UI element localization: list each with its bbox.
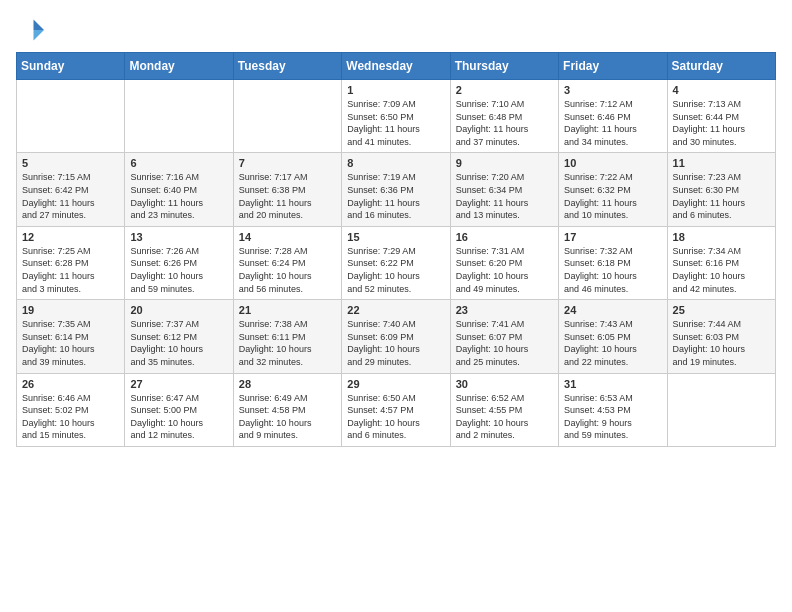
weekday-header-monday: Monday xyxy=(125,53,233,80)
day-number: 27 xyxy=(130,378,227,390)
calendar-cell: 4Sunrise: 7:13 AM Sunset: 6:44 PM Daylig… xyxy=(667,80,775,153)
day-number: 25 xyxy=(673,304,770,316)
calendar-cell: 13Sunrise: 7:26 AM Sunset: 6:26 PM Dayli… xyxy=(125,226,233,299)
day-info: Sunrise: 7:25 AM Sunset: 6:28 PM Dayligh… xyxy=(22,245,119,295)
day-number: 12 xyxy=(22,231,119,243)
weekday-header-friday: Friday xyxy=(559,53,667,80)
weekday-header-row: SundayMondayTuesdayWednesdayThursdayFrid… xyxy=(17,53,776,80)
day-info: Sunrise: 7:09 AM Sunset: 6:50 PM Dayligh… xyxy=(347,98,444,148)
day-info: Sunrise: 6:53 AM Sunset: 4:53 PM Dayligh… xyxy=(564,392,661,442)
day-info: Sunrise: 6:47 AM Sunset: 5:00 PM Dayligh… xyxy=(130,392,227,442)
calendar-cell: 27Sunrise: 6:47 AM Sunset: 5:00 PM Dayli… xyxy=(125,373,233,446)
day-info: Sunrise: 6:50 AM Sunset: 4:57 PM Dayligh… xyxy=(347,392,444,442)
calendar-cell: 25Sunrise: 7:44 AM Sunset: 6:03 PM Dayli… xyxy=(667,300,775,373)
day-info: Sunrise: 7:29 AM Sunset: 6:22 PM Dayligh… xyxy=(347,245,444,295)
day-number: 1 xyxy=(347,84,444,96)
calendar-cell: 16Sunrise: 7:31 AM Sunset: 6:20 PM Dayli… xyxy=(450,226,558,299)
day-number: 20 xyxy=(130,304,227,316)
logo-icon xyxy=(16,16,44,44)
calendar-cell: 1Sunrise: 7:09 AM Sunset: 6:50 PM Daylig… xyxy=(342,80,450,153)
calendar-cell: 12Sunrise: 7:25 AM Sunset: 6:28 PM Dayli… xyxy=(17,226,125,299)
calendar-cell: 30Sunrise: 6:52 AM Sunset: 4:55 PM Dayli… xyxy=(450,373,558,446)
calendar-cell xyxy=(667,373,775,446)
day-info: Sunrise: 7:23 AM Sunset: 6:30 PM Dayligh… xyxy=(673,171,770,221)
day-info: Sunrise: 7:31 AM Sunset: 6:20 PM Dayligh… xyxy=(456,245,553,295)
calendar-week-row: 5Sunrise: 7:15 AM Sunset: 6:42 PM Daylig… xyxy=(17,153,776,226)
day-info: Sunrise: 6:49 AM Sunset: 4:58 PM Dayligh… xyxy=(239,392,336,442)
day-info: Sunrise: 7:41 AM Sunset: 6:07 PM Dayligh… xyxy=(456,318,553,368)
day-info: Sunrise: 7:15 AM Sunset: 6:42 PM Dayligh… xyxy=(22,171,119,221)
day-info: Sunrise: 7:12 AM Sunset: 6:46 PM Dayligh… xyxy=(564,98,661,148)
day-number: 3 xyxy=(564,84,661,96)
calendar-cell: 26Sunrise: 6:46 AM Sunset: 5:02 PM Dayli… xyxy=(17,373,125,446)
day-info: Sunrise: 7:16 AM Sunset: 6:40 PM Dayligh… xyxy=(130,171,227,221)
day-info: Sunrise: 7:19 AM Sunset: 6:36 PM Dayligh… xyxy=(347,171,444,221)
calendar-week-row: 19Sunrise: 7:35 AM Sunset: 6:14 PM Dayli… xyxy=(17,300,776,373)
calendar-cell: 6Sunrise: 7:16 AM Sunset: 6:40 PM Daylig… xyxy=(125,153,233,226)
calendar-cell: 10Sunrise: 7:22 AM Sunset: 6:32 PM Dayli… xyxy=(559,153,667,226)
calendar-table: SundayMondayTuesdayWednesdayThursdayFrid… xyxy=(16,52,776,447)
day-info: Sunrise: 7:32 AM Sunset: 6:18 PM Dayligh… xyxy=(564,245,661,295)
day-number: 18 xyxy=(673,231,770,243)
calendar-cell: 17Sunrise: 7:32 AM Sunset: 6:18 PM Dayli… xyxy=(559,226,667,299)
day-number: 5 xyxy=(22,157,119,169)
weekday-header-saturday: Saturday xyxy=(667,53,775,80)
day-number: 9 xyxy=(456,157,553,169)
calendar-cell xyxy=(17,80,125,153)
day-number: 17 xyxy=(564,231,661,243)
day-number: 28 xyxy=(239,378,336,390)
day-number: 14 xyxy=(239,231,336,243)
calendar-cell: 2Sunrise: 7:10 AM Sunset: 6:48 PM Daylig… xyxy=(450,80,558,153)
weekday-header-wednesday: Wednesday xyxy=(342,53,450,80)
calendar-cell xyxy=(125,80,233,153)
day-number: 22 xyxy=(347,304,444,316)
calendar-cell: 15Sunrise: 7:29 AM Sunset: 6:22 PM Dayli… xyxy=(342,226,450,299)
calendar-cell: 28Sunrise: 6:49 AM Sunset: 4:58 PM Dayli… xyxy=(233,373,341,446)
calendar-cell: 24Sunrise: 7:43 AM Sunset: 6:05 PM Dayli… xyxy=(559,300,667,373)
day-number: 10 xyxy=(564,157,661,169)
calendar-cell xyxy=(233,80,341,153)
weekday-header-tuesday: Tuesday xyxy=(233,53,341,80)
calendar-cell: 14Sunrise: 7:28 AM Sunset: 6:24 PM Dayli… xyxy=(233,226,341,299)
svg-marker-0 xyxy=(34,20,45,31)
day-number: 31 xyxy=(564,378,661,390)
calendar-week-row: 26Sunrise: 6:46 AM Sunset: 5:02 PM Dayli… xyxy=(17,373,776,446)
day-info: Sunrise: 7:22 AM Sunset: 6:32 PM Dayligh… xyxy=(564,171,661,221)
logo xyxy=(16,16,48,44)
calendar-cell: 5Sunrise: 7:15 AM Sunset: 6:42 PM Daylig… xyxy=(17,153,125,226)
calendar-cell: 23Sunrise: 7:41 AM Sunset: 6:07 PM Dayli… xyxy=(450,300,558,373)
day-info: Sunrise: 7:26 AM Sunset: 6:26 PM Dayligh… xyxy=(130,245,227,295)
weekday-header-thursday: Thursday xyxy=(450,53,558,80)
day-info: Sunrise: 7:10 AM Sunset: 6:48 PM Dayligh… xyxy=(456,98,553,148)
calendar-cell: 19Sunrise: 7:35 AM Sunset: 6:14 PM Dayli… xyxy=(17,300,125,373)
calendar-cell: 31Sunrise: 6:53 AM Sunset: 4:53 PM Dayli… xyxy=(559,373,667,446)
calendar-cell: 8Sunrise: 7:19 AM Sunset: 6:36 PM Daylig… xyxy=(342,153,450,226)
calendar-cell: 29Sunrise: 6:50 AM Sunset: 4:57 PM Dayli… xyxy=(342,373,450,446)
day-info: Sunrise: 7:44 AM Sunset: 6:03 PM Dayligh… xyxy=(673,318,770,368)
day-info: Sunrise: 7:35 AM Sunset: 6:14 PM Dayligh… xyxy=(22,318,119,368)
day-number: 21 xyxy=(239,304,336,316)
day-info: Sunrise: 7:13 AM Sunset: 6:44 PM Dayligh… xyxy=(673,98,770,148)
day-info: Sunrise: 7:20 AM Sunset: 6:34 PM Dayligh… xyxy=(456,171,553,221)
day-number: 4 xyxy=(673,84,770,96)
day-number: 30 xyxy=(456,378,553,390)
calendar-cell: 7Sunrise: 7:17 AM Sunset: 6:38 PM Daylig… xyxy=(233,153,341,226)
calendar-cell: 22Sunrise: 7:40 AM Sunset: 6:09 PM Dayli… xyxy=(342,300,450,373)
day-number: 7 xyxy=(239,157,336,169)
day-info: Sunrise: 7:28 AM Sunset: 6:24 PM Dayligh… xyxy=(239,245,336,295)
day-number: 19 xyxy=(22,304,119,316)
day-number: 15 xyxy=(347,231,444,243)
day-number: 16 xyxy=(456,231,553,243)
day-number: 24 xyxy=(564,304,661,316)
calendar-cell: 18Sunrise: 7:34 AM Sunset: 6:16 PM Dayli… xyxy=(667,226,775,299)
day-number: 6 xyxy=(130,157,227,169)
day-number: 2 xyxy=(456,84,553,96)
calendar-week-row: 12Sunrise: 7:25 AM Sunset: 6:28 PM Dayli… xyxy=(17,226,776,299)
calendar-cell: 3Sunrise: 7:12 AM Sunset: 6:46 PM Daylig… xyxy=(559,80,667,153)
day-info: Sunrise: 7:37 AM Sunset: 6:12 PM Dayligh… xyxy=(130,318,227,368)
day-number: 23 xyxy=(456,304,553,316)
page-header xyxy=(16,16,776,44)
day-info: Sunrise: 6:46 AM Sunset: 5:02 PM Dayligh… xyxy=(22,392,119,442)
day-number: 29 xyxy=(347,378,444,390)
calendar-cell: 20Sunrise: 7:37 AM Sunset: 6:12 PM Dayli… xyxy=(125,300,233,373)
